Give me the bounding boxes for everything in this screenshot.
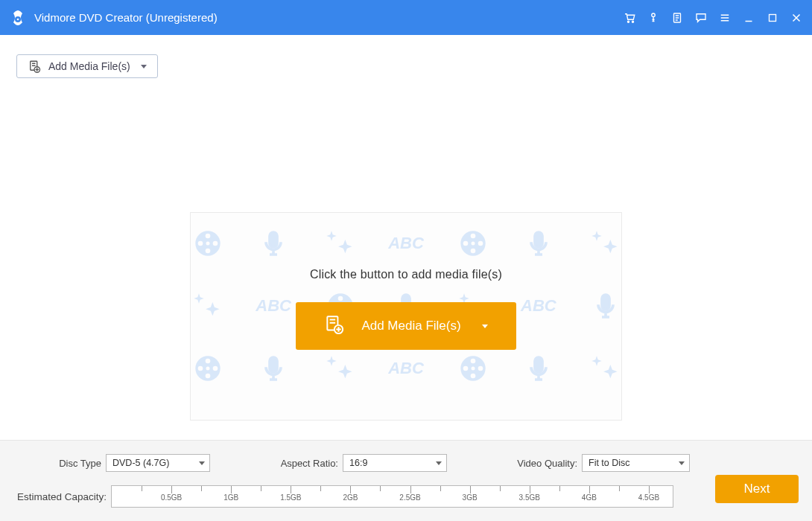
svg-point-38: [460, 356, 485, 380]
svg-point-41: [470, 374, 475, 379]
close-icon[interactable]: [790, 11, 803, 25]
svg-point-2: [627, 21, 629, 22]
add-media-primary-label: Add Media File(s): [361, 319, 460, 333]
capacity-tick-label: 2GB: [343, 493, 358, 502]
doc-icon[interactable]: [670, 11, 684, 25]
sparkle-icon: [323, 227, 355, 260]
svg-point-34: [206, 374, 211, 379]
disc-type-label: Disc Type: [13, 458, 101, 469]
svg-point-13: [198, 241, 203, 246]
video-quality-label: Video Quality:: [507, 458, 577, 469]
svg-point-31: [195, 356, 220, 380]
svg-point-35: [198, 366, 203, 371]
next-button[interactable]: Next: [715, 475, 799, 503]
chevron-down-icon: [482, 325, 488, 328]
film-reel-icon: [457, 227, 489, 260]
minimize-icon[interactable]: [742, 11, 755, 25]
window-controls: [623, 11, 803, 25]
aspect-ratio-select[interactable]: 16:9: [343, 454, 447, 472]
svg-point-43: [471, 367, 475, 371]
menu-icon[interactable]: [718, 11, 732, 25]
svg-point-20: [463, 241, 468, 246]
microphone-icon: [257, 227, 290, 260]
film-reel-icon: [191, 352, 224, 385]
chevron-down-icon: [436, 461, 442, 465]
svg-point-10: [206, 234, 211, 239]
svg-rect-6: [770, 14, 776, 21]
chevron-down-icon: [199, 461, 205, 465]
microphone-icon: [522, 352, 555, 385]
bottom-panel: Disc Type DVD-5 (4.7G) Aspect Ratio: 16:…: [0, 440, 812, 521]
add-media-dropdown-button[interactable]: Add Media File(s): [16, 54, 158, 78]
svg-point-36: [206, 367, 210, 371]
chevron-down-icon: [141, 65, 147, 68]
empty-state: Click the button to add media file(s) Ad…: [0, 268, 812, 350]
svg-rect-22: [535, 232, 542, 247]
disc-type-select[interactable]: DVD-5 (4.7G): [106, 454, 210, 472]
sparkle-icon: [588, 352, 621, 385]
capacity-tick-label: 3.5GB: [519, 493, 540, 502]
sparkle-icon: [323, 352, 355, 385]
capacity-tick-label: 2.5GB: [399, 493, 420, 502]
svg-point-39: [470, 359, 475, 364]
capacity-label: Estimated Capacity:: [13, 491, 111, 502]
microphone-icon: [522, 227, 555, 260]
add-file-icon: [28, 60, 41, 73]
svg-point-21: [471, 242, 475, 246]
video-quality-select[interactable]: Fit to Disc: [582, 454, 690, 472]
svg-point-1: [17, 18, 19, 20]
svg-point-16: [460, 231, 485, 255]
titlebar: Vidmore DVD Creator (Unregistered): [0, 0, 812, 35]
add-file-icon: [324, 315, 343, 338]
maximize-icon[interactable]: [766, 11, 779, 25]
disc-type-field: Disc Type DVD-5 (4.7G): [13, 454, 210, 472]
aspect-ratio-field: Aspect Ratio: 16:9: [270, 454, 447, 472]
svg-point-12: [206, 249, 211, 254]
svg-rect-15: [270, 232, 277, 247]
svg-point-9: [195, 231, 220, 255]
svg-point-4: [652, 13, 656, 17]
capacity-row: Estimated Capacity: 0.5GB1GB1.5GB2GB2.5G…: [13, 485, 799, 508]
svg-point-17: [470, 234, 475, 239]
capacity-tick-label: 1GB: [223, 493, 238, 502]
svg-rect-44: [535, 357, 542, 372]
add-media-primary-button[interactable]: Add Media File(s): [296, 302, 516, 350]
capacity-tick-label: 0.5GB: [161, 493, 182, 502]
chevron-down-icon: [679, 461, 685, 465]
capacity-tick-label: 4GB: [582, 493, 597, 502]
svg-point-18: [478, 241, 483, 246]
app-logo-icon: [9, 9, 27, 27]
chat-icon[interactable]: [694, 11, 708, 25]
svg-rect-37: [270, 357, 277, 372]
toolbar: Add Media File(s): [0, 35, 812, 78]
svg-point-3: [632, 21, 633, 22]
aspect-ratio-label: Aspect Ratio:: [270, 458, 338, 469]
settings-row: Disc Type DVD-5 (4.7G) Aspect Ratio: 16:…: [13, 454, 799, 472]
empty-state-hint: Click the button to add media file(s): [310, 268, 502, 281]
microphone-icon: [257, 352, 290, 385]
svg-point-42: [463, 366, 468, 371]
window-title: Vidmore DVD Creator (Unregistered): [34, 11, 623, 24]
capacity-tick-label: 3GB: [463, 493, 478, 502]
abc-text-icon: ABC: [388, 227, 424, 260]
disc-type-value: DVD-5 (4.7G): [112, 458, 169, 468]
abc-text-icon: ABC: [388, 352, 424, 385]
capacity-tick-label: 1.5GB: [280, 493, 301, 502]
key-icon[interactable]: [647, 11, 660, 25]
sparkle-icon: [588, 227, 621, 260]
main-content: ABC ABC ABC ABC Click the button to add …: [0, 78, 812, 482]
svg-point-40: [478, 366, 483, 371]
svg-point-19: [470, 249, 475, 254]
svg-point-14: [206, 242, 210, 246]
svg-point-32: [206, 359, 211, 364]
video-quality-value: Fit to Disc: [589, 458, 630, 468]
video-quality-field: Video Quality: Fit to Disc: [507, 454, 690, 472]
svg-point-11: [213, 241, 218, 246]
svg-point-33: [213, 366, 218, 371]
capacity-tick-label: 4.5GB: [638, 493, 659, 502]
cart-icon[interactable]: [623, 11, 636, 25]
add-media-label: Add Media File(s): [48, 60, 130, 72]
film-reel-icon: [191, 227, 224, 260]
capacity-bar: 0.5GB1GB1.5GB2GB2.5GB3GB3.5GB4GB4.5GB: [111, 485, 673, 508]
aspect-ratio-value: 16:9: [349, 458, 367, 468]
